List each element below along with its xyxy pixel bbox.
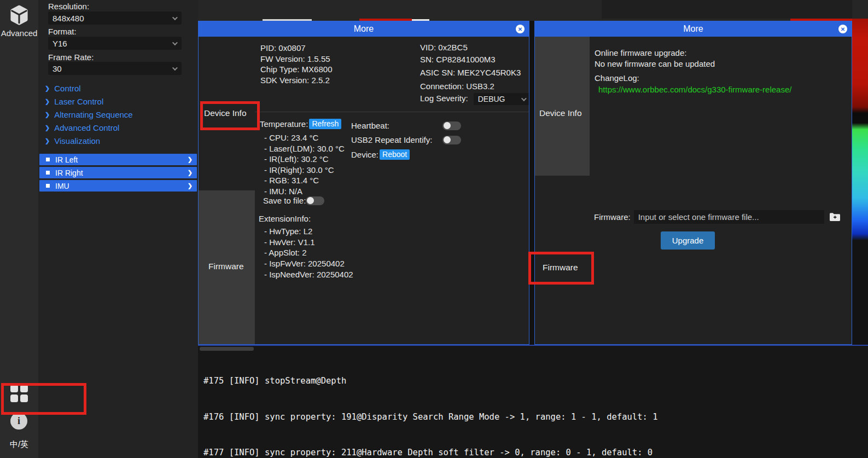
sidebar-item-label: Laser Control: [54, 97, 103, 106]
chevron-down-icon: [521, 96, 527, 101]
device-info-content: PID: 0x0807 FW Version: 1.5.55 Chip Type…: [255, 37, 529, 344]
log-line: #177 [INFO] sync property: 211@Hardware …: [203, 447, 785, 458]
frame-rate-value: 30: [53, 64, 172, 73]
ext-hwtype: - HwType: L2: [264, 226, 353, 237]
close-icon[interactable]: ✕: [516, 25, 525, 33]
advanced-cube-icon[interactable]: [7, 3, 31, 29]
stream-item-imu[interactable]: IMU ❯: [39, 180, 197, 192]
log-severity-value: DEBUG: [478, 95, 521, 103]
format-value: Y16: [53, 39, 172, 48]
stream-item-ir-right[interactable]: IR Right ❯: [39, 167, 197, 178]
ext-hwver: - HwVer: V1.1: [264, 237, 353, 248]
online-upgrade-status: No new firmware can be updated: [595, 59, 715, 68]
changelog-link[interactable]: https://www.orbbec.com/docs/g330-firmwar…: [598, 85, 791, 94]
sidebar-item-laser-control[interactable]: ❯ Laser Control: [45, 95, 133, 108]
depth-colormap-edge: [852, 19, 868, 345]
dialog-gap-shade: [529, 21, 534, 345]
vid-row: VID: 0x2BC5: [420, 43, 468, 52]
save-to-file-toggle[interactable]: [306, 196, 324, 205]
sdk-version-row: SDK Version: 2.5.2: [260, 75, 332, 86]
stream-label: IR Right: [55, 169, 83, 177]
format-select[interactable]: Y16: [48, 37, 182, 50]
save-to-file-row: Save to file:: [263, 196, 324, 205]
temperature-label: Temperature:: [260, 119, 308, 129]
format-label: Format:: [48, 27, 77, 36]
usb2-repeat-identify-toggle[interactable]: [442, 136, 461, 144]
tab-device-info[interactable]: Device Info: [535, 37, 590, 176]
extension-info-list: - HwType: L2 - HwVer: V1.1 - AppSlot: 2 …: [264, 226, 353, 280]
dialog-titlebar[interactable]: More ✕: [535, 21, 852, 37]
resolution-select[interactable]: 848x480: [48, 11, 182, 25]
control-sections: ❯ Control ❯ Laser Control ❯ Alternating …: [45, 82, 133, 147]
asic-sn-row: ASIC SN: MEK2YC45R0K3: [420, 68, 521, 77]
stream-item-ir-left[interactable]: IR Left ❯: [39, 154, 197, 165]
dialog-titlebar[interactable]: More ✕: [199, 21, 529, 37]
device-label: Device:: [351, 150, 378, 159]
section-divider: [255, 112, 529, 112]
sidebar-item-advanced-control[interactable]: ❯ Advanced Control: [45, 121, 133, 134]
log-horizontal-scrollbar[interactable]: [200, 347, 254, 351]
chevron-right-icon: ❯: [45, 98, 50, 105]
device-actions-column: Heartbeat: USB2 Repeat Identify: Device:…: [351, 121, 461, 160]
sn-row: SN: CP82841000M3: [420, 55, 496, 64]
tab-firmware-label: Firmware: [208, 262, 244, 271]
chevron-right-icon: ❯: [45, 124, 50, 131]
info-icon[interactable]: i: [10, 413, 27, 430]
firmware-file-input[interactable]: [634, 210, 824, 224]
top-background-shade: [602, 0, 852, 19]
log-line: #175 [INFO] stopStream@Depth: [203, 375, 785, 387]
changelog-label: ChangeLog:: [595, 73, 639, 83]
log-console[interactable]: #175 [INFO] stopStream@Depth #176 [INFO]…: [198, 345, 868, 458]
heartbeat-row: Heartbeat:: [351, 121, 461, 130]
resolution-value: 848x480: [53, 14, 172, 23]
chevron-right-icon: ❯: [45, 111, 50, 118]
resolution-label: Resolution:: [48, 2, 89, 11]
temp-cpu: - CPU: 23.4 °C: [264, 132, 345, 143]
dialog-title: More: [354, 24, 374, 34]
dialog-tab-column: Device Info Firmware: [535, 37, 590, 344]
temp-rgb: - RGB: 31.4 °C: [264, 175, 345, 186]
stream-label: IMU: [55, 182, 69, 190]
log-lines: #175 [INFO] stopStream@Depth #176 [INFO]…: [203, 352, 785, 458]
annotation-box-firmware: [528, 252, 594, 285]
firmware-file-row: Firmware:: [594, 210, 841, 224]
annotation-box-apps-grid: [1, 383, 86, 415]
temperature-list: - CPU: 23.4 °C - Laser(LDM): 30.0 °C - I…: [264, 132, 345, 197]
heartbeat-toggle[interactable]: [442, 121, 461, 130]
ext-appslot: - AppSlot: 2: [264, 247, 353, 258]
stream-label: IR Left: [55, 155, 78, 164]
language-toggle[interactable]: 中/英: [0, 439, 38, 450]
tab-device-info-label: Device Info: [539, 108, 582, 118]
upgrade-button[interactable]: Upgrade: [661, 231, 715, 250]
pid-row: PID: 0x0807: [260, 43, 332, 54]
chevron-down-icon: [172, 65, 178, 71]
usb2-repeat-identify-label: USB2 Repeat Identify:: [351, 135, 432, 144]
chevron-right-icon: ❯: [188, 182, 193, 189]
dialog-body: Device Info Firmware Online firmware upg…: [535, 37, 852, 344]
frame-rate-label: Frame Rate:: [48, 53, 94, 62]
advanced-mode-label: Advanced: [0, 28, 38, 38]
sidebar-item-control[interactable]: ❯ Control: [45, 82, 133, 95]
refresh-button[interactable]: Refresh: [309, 119, 341, 129]
frame-rate-select[interactable]: 30: [48, 62, 182, 75]
more-dialog-firmware: More ✕ Device Info Firmware Online firmw…: [534, 21, 852, 345]
usb2-repeat-identify-row: USB2 Repeat Identify:: [351, 135, 461, 144]
firmware-content: Online firmware upgrade: No new firmware…: [590, 37, 852, 344]
fw-version-row: FW Version: 1.5.55: [260, 54, 332, 65]
log-severity-label: Log Severity:: [420, 94, 468, 103]
online-upgrade-label: Online firmware upgrade:: [595, 48, 686, 57]
bullet-square-icon: [46, 184, 50, 188]
reboot-button[interactable]: Reboot: [380, 149, 410, 160]
sidebar-item-alternating-sequence[interactable]: ❯ Alternating Sequence: [45, 108, 133, 121]
more-dialog-device-info: More ✕ Device Info Firmware PID: 0x0807 …: [198, 21, 529, 345]
dialog-tab-column: Device Info Firmware: [199, 37, 255, 344]
firmware-field-label: Firmware:: [594, 212, 631, 222]
log-line: #176 [INFO] sync property: 191@Disparity…: [203, 411, 785, 424]
tab-firmware[interactable]: Firmware: [199, 190, 255, 344]
close-icon[interactable]: ✕: [838, 25, 847, 33]
folder-plus-icon[interactable]: [829, 212, 841, 222]
bullet-square-icon: [46, 171, 50, 175]
device-reboot-row: Device: Reboot: [351, 149, 461, 160]
sidebar-item-visualization[interactable]: ❯ Visualization: [45, 134, 133, 147]
log-severity-select[interactable]: DEBUG: [474, 93, 529, 105]
